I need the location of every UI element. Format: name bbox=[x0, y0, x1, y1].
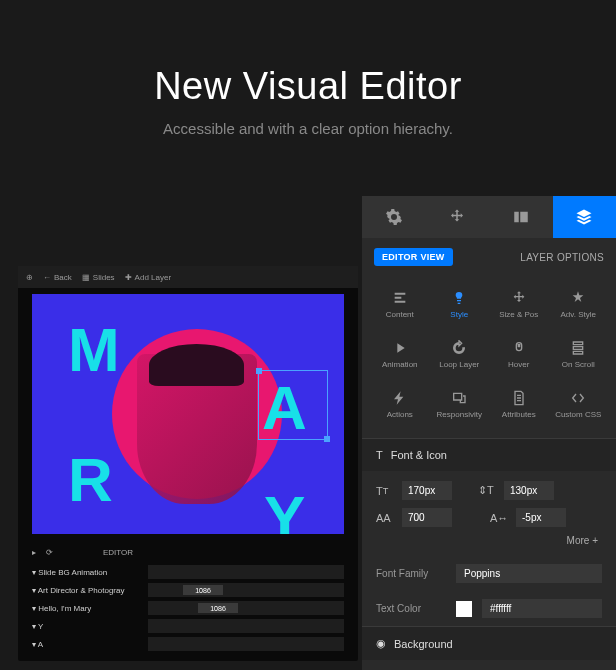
option-label: Content bbox=[386, 310, 414, 319]
panel-main-tabs bbox=[362, 196, 616, 238]
option-label: Hover bbox=[508, 360, 529, 369]
font-family-select[interactable]: Poppins bbox=[456, 564, 602, 583]
svg-rect-1 bbox=[520, 212, 528, 223]
timeline-row-label: ▾ Slide BG Animation bbox=[32, 568, 142, 577]
back-button[interactable]: ←Back bbox=[43, 273, 72, 282]
timeline-row-label: ▾ Hello, I'm Mary bbox=[32, 604, 142, 613]
selection-box[interactable] bbox=[258, 370, 328, 440]
option-responsivity[interactable]: Responsivity bbox=[430, 380, 490, 428]
timeline-row[interactable]: ▾ Slide BG Animation bbox=[32, 563, 344, 581]
timeline-segment[interactable]: 1086 bbox=[198, 603, 238, 613]
timeline-track[interactable]: 1086 bbox=[148, 583, 344, 597]
timeline-track[interactable]: 1086 bbox=[148, 601, 344, 615]
letter-spacing-icon: A↔ bbox=[490, 512, 508, 524]
text-icon: T bbox=[376, 449, 383, 461]
gear-icon bbox=[385, 208, 403, 226]
timeline: ▸ ⟳ EDITOR ▾ Slide BG Animation▾ Art Dir… bbox=[18, 540, 358, 661]
size-pos-icon bbox=[511, 290, 527, 306]
more-button[interactable]: More + bbox=[376, 535, 602, 546]
option-hover[interactable]: Hover bbox=[489, 330, 549, 378]
option-label: Custom CSS bbox=[555, 410, 601, 419]
tab-navigation[interactable] bbox=[426, 196, 490, 238]
option-label: Loop Layer bbox=[439, 360, 479, 369]
font-weight-icon: AA bbox=[376, 512, 394, 524]
option-style[interactable]: Style bbox=[430, 280, 490, 328]
style-icon bbox=[451, 290, 467, 306]
slides-button[interactable]: ▦Slides bbox=[82, 273, 115, 282]
page-subtitle: Accessible and with a clear option hiera… bbox=[20, 120, 596, 137]
timeline-row-label: ▾ Art Director & Photogray bbox=[32, 586, 142, 595]
slide-stage[interactable]: M A R Y bbox=[32, 294, 344, 534]
option-on-scroll[interactable]: On Scroll bbox=[549, 330, 609, 378]
option-size-pos[interactable]: Size & Pos bbox=[489, 280, 549, 328]
tab-settings[interactable] bbox=[362, 196, 426, 238]
timeline-track[interactable] bbox=[148, 565, 344, 579]
adv-style-icon bbox=[570, 290, 586, 306]
options-panel: EDITOR VIEW LAYER OPTIONS ContentStyleSi… bbox=[362, 196, 616, 670]
letter-spacing-input[interactable] bbox=[516, 508, 566, 527]
option-label: Size & Pos bbox=[499, 310, 538, 319]
background-icon: ◉ bbox=[376, 637, 386, 650]
add-layer-button[interactable]: ✚Add Layer bbox=[125, 273, 171, 282]
timeline-row[interactable]: ▾ Y bbox=[32, 617, 344, 635]
layers-icon bbox=[575, 208, 593, 226]
font-weight-input[interactable] bbox=[402, 508, 452, 527]
page-title: New Visual Editor bbox=[20, 65, 596, 108]
text-color-label: Text Color bbox=[376, 603, 446, 614]
line-height-icon: ⇕T bbox=[478, 484, 496, 497]
background-section-header[interactable]: ◉ Background bbox=[362, 626, 616, 660]
option-label: Responsivity bbox=[437, 410, 482, 419]
canvas-topbar: ⊕ ←Back ▦Slides ✚Add Layer bbox=[18, 266, 358, 288]
slide-icon bbox=[512, 208, 530, 226]
letter-r[interactable]: R bbox=[68, 444, 113, 515]
text-color-input[interactable]: #ffffff bbox=[482, 599, 602, 618]
loop-layer-icon bbox=[451, 340, 467, 356]
timeline-row[interactable]: ▾ Art Director & Photogray1086 bbox=[32, 581, 344, 599]
font-size-icon: TT bbox=[376, 485, 394, 497]
tab-layers[interactable] bbox=[553, 196, 617, 238]
letter-m[interactable]: M bbox=[68, 314, 120, 385]
editor-label: EDITOR bbox=[103, 548, 133, 557]
timeline-row[interactable]: ▾ Hello, I'm Mary1086 bbox=[32, 599, 344, 617]
layer-options-label[interactable]: LAYER OPTIONS bbox=[520, 252, 604, 263]
svg-rect-0 bbox=[514, 212, 519, 223]
option-label: Actions bbox=[387, 410, 413, 419]
timeline-track[interactable] bbox=[148, 637, 344, 651]
custom-css-icon bbox=[570, 390, 586, 406]
editor-view-button[interactable]: EDITOR VIEW bbox=[374, 248, 453, 266]
option-actions[interactable]: Actions bbox=[370, 380, 430, 428]
font-size-input[interactable] bbox=[402, 481, 452, 500]
timeline-track[interactable] bbox=[148, 619, 344, 633]
attributes-icon bbox=[511, 390, 527, 406]
option-attributes[interactable]: Attributes bbox=[489, 380, 549, 428]
timeline-row[interactable]: ▾ A bbox=[32, 635, 344, 653]
option-label: Adv. Style bbox=[561, 310, 596, 319]
wp-icon: ⊕ bbox=[26, 273, 33, 282]
letter-y[interactable]: Y bbox=[264, 482, 305, 534]
tab-slide[interactable] bbox=[489, 196, 553, 238]
hover-icon bbox=[511, 340, 527, 356]
option-animation[interactable]: Animation bbox=[370, 330, 430, 378]
option-loop-layer[interactable]: Loop Layer bbox=[430, 330, 490, 378]
option-label: Animation bbox=[382, 360, 418, 369]
font-section-header[interactable]: T Font & Icon bbox=[362, 438, 616, 471]
option-label: On Scroll bbox=[562, 360, 595, 369]
color-swatch[interactable] bbox=[456, 601, 472, 617]
option-content[interactable]: Content bbox=[370, 280, 430, 328]
option-custom-css[interactable]: Custom CSS bbox=[549, 380, 609, 428]
responsivity-icon bbox=[451, 390, 467, 406]
move-icon bbox=[448, 208, 466, 226]
hat-shape bbox=[149, 344, 244, 386]
option-adv-style[interactable]: Adv. Style bbox=[549, 280, 609, 328]
editor-canvas: ⊕ ←Back ▦Slides ✚Add Layer M A R Y ▸ ⟳ E… bbox=[18, 266, 358, 661]
content-icon bbox=[392, 290, 408, 306]
timeline-segment[interactable]: 1086 bbox=[183, 585, 223, 595]
line-height-input[interactable] bbox=[504, 481, 554, 500]
option-label: Style bbox=[450, 310, 468, 319]
timeline-row-label: ▾ A bbox=[32, 640, 142, 649]
on-scroll-icon bbox=[570, 340, 586, 356]
play-icon[interactable]: ▸ bbox=[32, 548, 36, 557]
loop-icon[interactable]: ⟳ bbox=[46, 548, 53, 557]
option-label: Attributes bbox=[502, 410, 536, 419]
actions-icon bbox=[392, 390, 408, 406]
